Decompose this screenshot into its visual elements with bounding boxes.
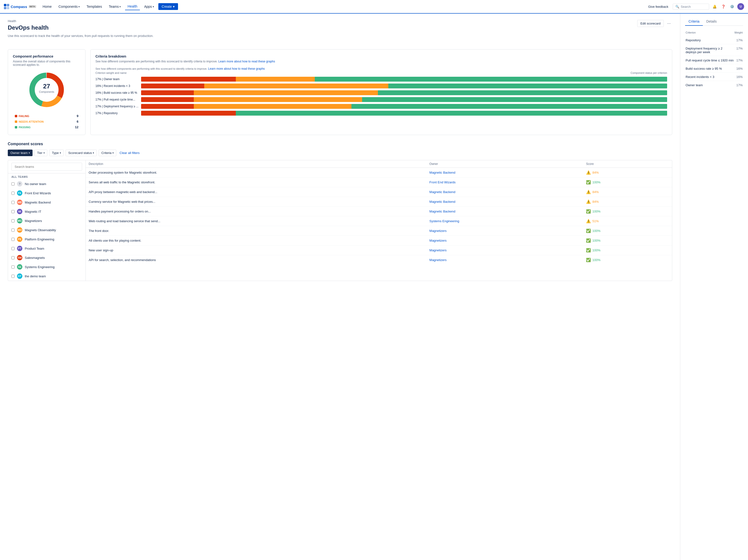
score-value: 100%	[592, 249, 600, 252]
bar-warn	[236, 77, 315, 81]
owner-link[interactable]: Magnetic Backend	[429, 210, 455, 213]
team-checkbox[interactable]	[11, 201, 15, 204]
score-badge: ⚠️ 51%	[586, 219, 669, 224]
team-checkbox[interactable]	[11, 247, 15, 250]
team-avatar: FE	[17, 190, 22, 196]
score-icon: ✅	[586, 248, 591, 253]
team-checkbox[interactable]	[11, 192, 15, 195]
score-value: 100%	[592, 258, 600, 262]
criteria-weight: 16%	[734, 73, 743, 81]
row-score: ✅ 100%	[583, 246, 672, 255]
table-header: Description Owner Score	[86, 160, 672, 168]
score-badge: ✅ 100%	[586, 180, 669, 185]
nav-components[interactable]: Components▾	[56, 3, 82, 10]
criteria-name: Deployment frequency ≥ 2 deploys per wee…	[685, 45, 734, 56]
bar-track	[141, 104, 667, 109]
criteria-weight: 16%	[734, 65, 743, 73]
team-list-item[interactable]: MG Magnetizers	[8, 216, 86, 225]
team-list-item[interactable]: ? No owner team	[8, 179, 86, 188]
scorecard-status-filter[interactable]: Scorecard status ▾	[66, 149, 97, 156]
owner-link[interactable]: Magnetizers	[429, 258, 447, 262]
criteria-filter[interactable]: Criteria ▾	[99, 149, 116, 156]
criteria-table-body: Repository 17% Deployment frequency ≥ 2 …	[685, 37, 743, 89]
help-icon[interactable]: ❓	[720, 3, 727, 10]
clear-filters-button[interactable]: Clear all filters	[118, 150, 141, 156]
create-button[interactable]: Create ▾	[158, 3, 178, 10]
score-badge: ✅ 100%	[586, 248, 669, 253]
score-icon: ✅	[586, 180, 591, 185]
nav-home[interactable]: Home	[40, 3, 54, 10]
score-badge: ⚠️ 84%	[586, 200, 669, 204]
owner-link[interactable]: Systems Engineering	[429, 219, 459, 223]
team-name: Platform Engineering	[25, 237, 54, 241]
team-list-item[interactable]: MO Magnets Observability	[8, 225, 86, 235]
nav-apps[interactable]: Apps▾	[142, 3, 157, 10]
team-checkbox[interactable]	[11, 275, 15, 278]
team-checkbox[interactable]	[11, 256, 15, 259]
settings-icon[interactable]: ⚙️	[729, 3, 735, 10]
app-logo[interactable]: Compass BETA	[4, 4, 36, 9]
team-name: Front End Wizards	[25, 191, 51, 195]
criteria-name: Owner team	[685, 81, 734, 89]
score-value: 100%	[592, 229, 600, 233]
bar-fail	[141, 90, 194, 95]
tab-details[interactable]: Details	[703, 18, 720, 26]
team-list-item[interactable]: MB Magnetic Backend	[8, 198, 86, 207]
team-list-item[interactable]: PT Product Team	[8, 244, 86, 253]
score-value: 100%	[592, 239, 600, 242]
scores-table-container: Description Owner Score Order processing…	[86, 160, 672, 281]
criteria-subtitle-text: See how different components are perform…	[95, 67, 667, 70]
owner-link[interactable]: Magnetizers	[429, 239, 447, 242]
team-search-container	[8, 160, 86, 173]
team-checkbox[interactable]	[11, 219, 15, 223]
tier-filter[interactable]: Tier ▾	[34, 149, 47, 156]
owner-link[interactable]: Magnetizers	[429, 229, 447, 233]
score-badge: ✅ 100%	[586, 229, 669, 233]
page-title: DevOps health	[8, 24, 154, 31]
edit-scorecard-button[interactable]: Edit scorecard	[637, 20, 664, 27]
owner-link[interactable]: Magnetic Backend	[429, 171, 455, 174]
more-options-button[interactable]: ···	[666, 19, 672, 27]
row-description: Serves all web traffic to the Magnetic s…	[86, 178, 426, 187]
row-description: API for search, selection, and recommend…	[86, 255, 426, 265]
tab-criteria[interactable]: Criteria	[685, 18, 703, 26]
nav-templates[interactable]: Templates	[84, 3, 104, 10]
team-checkbox[interactable]	[11, 265, 15, 269]
team-checkbox[interactable]	[11, 229, 15, 232]
bar-fail	[141, 77, 236, 81]
table-row: Order processing system for Magnetic sto…	[86, 168, 672, 178]
owner-team-filter[interactable]: Owner team ▾	[8, 149, 32, 156]
team-checkbox[interactable]	[11, 238, 15, 241]
user-avatar[interactable]: U	[737, 3, 744, 10]
bar-track	[141, 90, 667, 95]
nav-teams[interactable]: Teams▾	[107, 3, 123, 10]
search-bar[interactable]: 🔍 Search	[673, 4, 709, 10]
team-list-item[interactable]: FE Front End Wizards	[8, 188, 86, 198]
svg-rect-3	[7, 7, 9, 9]
filters-row: Owner team ▾ Tier ▾ Type ▾ Scorecard sta…	[8, 149, 672, 156]
team-list-item[interactable]: MI Magnetic IT	[8, 207, 86, 216]
passing-dot	[15, 126, 17, 129]
team-list-item[interactable]: SM Salesmagnets	[8, 253, 86, 262]
nav-health[interactable]: Health	[125, 3, 140, 10]
learn-more-link[interactable]: Learn more about how to read these graph…	[218, 60, 275, 63]
search-teams-input[interactable]	[11, 163, 82, 171]
table-row: New user sign-up Magnetizers ✅ 100%	[86, 246, 672, 255]
owner-link[interactable]: Magnetic Backend	[429, 200, 455, 204]
owner-link[interactable]: Front End Wizards	[429, 181, 455, 184]
owner-link[interactable]: Magnetizers	[429, 249, 447, 252]
learn-more-link2[interactable]: Learn more about how to read these graph…	[208, 67, 265, 70]
team-list-item[interactable]: SE Systems Engineering	[8, 262, 86, 272]
team-checkbox[interactable]	[11, 210, 15, 213]
type-filter[interactable]: Type ▾	[49, 149, 64, 156]
notifications-icon[interactable]: 🔔	[711, 3, 718, 10]
legend-failing: FAILING 9	[13, 113, 80, 119]
owner-link[interactable]: Magnetic Backend	[429, 190, 455, 194]
feedback-button[interactable]: Give feedback	[646, 3, 671, 10]
team-list-item[interactable]: PE Platform Engineering	[8, 235, 86, 244]
team-list-item[interactable]: DT the demo team	[8, 272, 86, 281]
team-checkbox[interactable]	[11, 182, 15, 186]
legend-passing: PASSING 12	[13, 124, 80, 130]
attention-dot	[15, 120, 17, 123]
row-owner: Magnetic Backend	[426, 168, 583, 178]
